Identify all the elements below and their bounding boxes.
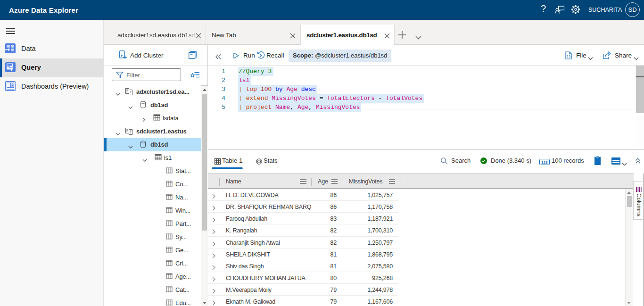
svg-text:123: 123 [541,160,548,165]
